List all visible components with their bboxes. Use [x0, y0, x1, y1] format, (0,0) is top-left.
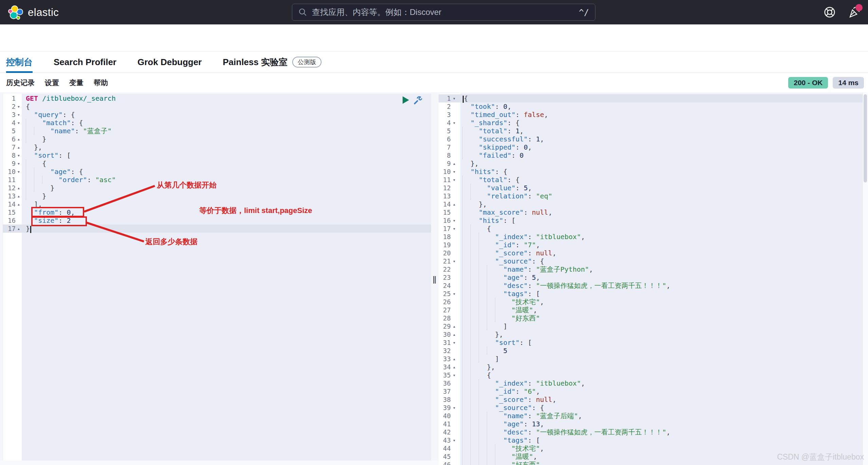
code-line[interactable]: 38 "_score": null,: [439, 395, 863, 404]
fold-toggle-icon[interactable]: ▴: [451, 159, 458, 168]
code-text[interactable]: "value": 5,: [458, 184, 863, 192]
send-request-button[interactable]: [403, 96, 409, 104]
fold-toggle-icon[interactable]: ▾: [451, 119, 458, 127]
code-line[interactable]: 18 "_index": "itbluebox",: [439, 233, 863, 241]
code-line[interactable]: 39▾ "_source": {: [439, 404, 863, 412]
fold-toggle-icon[interactable]: ▾: [451, 168, 458, 176]
fold-toggle-icon[interactable]: ▴: [16, 184, 22, 192]
code-text[interactable]: "_shards": {: [458, 119, 863, 127]
code-line[interactable]: 22 "name": "蓝盒子Python",: [439, 265, 863, 273]
code-line[interactable]: 16 "size": 2: [3, 216, 431, 225]
code-line[interactable]: 36 "_index": "itbluebox",: [439, 379, 863, 387]
tab-search-profiler[interactable]: Search Profiler: [54, 52, 116, 73]
response-viewer[interactable]: 1▾{2 "took": 0,3 "timed_out": false,4▾ "…: [439, 94, 863, 465]
code-text[interactable]: }: [22, 135, 431, 143]
code-line[interactable]: 37 "_id": "6",: [439, 387, 863, 395]
fold-toggle-icon[interactable]: ▴: [16, 192, 22, 200]
code-text[interactable]: {: [22, 159, 431, 168]
code-text[interactable]: },: [458, 330, 863, 338]
fold-toggle-icon[interactable]: ▾: [16, 102, 22, 111]
code-line[interactable]: 43▾ "tags": [: [439, 436, 863, 444]
code-text[interactable]: },: [22, 143, 431, 151]
fold-toggle-icon[interactable]: ▾: [451, 216, 458, 225]
code-text[interactable]: "sort": [: [458, 338, 863, 347]
tab-painless-lab[interactable]: Painless 实验室 公测版: [223, 52, 321, 73]
code-text[interactable]: "温暖",: [458, 306, 863, 314]
fold-toggle-icon[interactable]: ▴: [16, 200, 22, 208]
code-line[interactable]: 24 "desc": "一顿操作猛如虎，一看工资两千五！！！",: [439, 282, 863, 290]
code-text[interactable]: "match": {: [22, 119, 431, 127]
vertical-scrollbar-thumb[interactable]: [864, 94, 867, 182]
code-text[interactable]: }: [22, 225, 431, 233]
fold-toggle-icon[interactable]: ▴: [16, 143, 22, 151]
code-text[interactable]: "failed": 0: [458, 151, 863, 159]
code-text[interactable]: "name": "蓝盒子": [22, 127, 431, 135]
code-text[interactable]: 5: [458, 347, 863, 355]
code-line[interactable]: 19 "_id": "7",: [439, 241, 863, 249]
code-line[interactable]: 17▾ {: [439, 225, 863, 233]
code-line[interactable]: 8▾ "sort": [: [3, 151, 431, 159]
code-text[interactable]: },: [458, 200, 863, 208]
global-search-input[interactable]: 查找应用、内容等。例如：Discover ^/: [292, 4, 595, 21]
code-text[interactable]: "timed_out": false,: [458, 111, 863, 119]
code-text[interactable]: "_index": "itbluebox",: [458, 233, 863, 241]
code-line[interactable]: 14▴ },: [439, 200, 863, 208]
fold-toggle-icon[interactable]: ▾: [16, 151, 22, 159]
code-text[interactable]: "_source": {: [458, 257, 863, 265]
code-text[interactable]: "from": 0,: [22, 208, 431, 216]
code-line[interactable]: 7▴ },: [3, 143, 431, 151]
code-text[interactable]: "desc": "一顿操作猛如虎，一看工资两千五！！！",: [458, 428, 863, 436]
code-text[interactable]: "name": "蓝盒子Python",: [458, 265, 863, 273]
code-text[interactable]: "size": 2: [22, 216, 431, 225]
fold-toggle-icon[interactable]: ▴: [451, 322, 458, 330]
code-text[interactable]: }: [22, 184, 431, 192]
code-text[interactable]: "age": {: [22, 168, 431, 176]
code-text[interactable]: "age": 5,: [458, 273, 863, 282]
horizontal-scrollbar-track[interactable]: [0, 461, 439, 465]
fold-toggle-icon[interactable]: ▾: [451, 404, 458, 412]
code-text[interactable]: }: [22, 192, 431, 200]
code-text[interactable]: "total": 1,: [458, 127, 863, 135]
code-text[interactable]: "tags": [: [458, 436, 863, 444]
menu-item-variables[interactable]: 变量: [69, 78, 84, 88]
code-text[interactable]: "_index": "itbluebox",: [458, 379, 863, 387]
tab-console[interactable]: 控制台: [6, 52, 33, 73]
fold-toggle-icon[interactable]: ▴: [451, 355, 458, 363]
code-text[interactable]: "max_score": null,: [458, 208, 863, 216]
fold-toggle-icon[interactable]: ▾: [16, 111, 22, 119]
fold-toggle-icon[interactable]: ▴: [451, 200, 458, 208]
code-line[interactable]: 42 "desc": "一顿操作猛如虎，一看工资两千五！！！",: [439, 428, 863, 436]
code-line[interactable]: 12▴ }: [3, 184, 431, 192]
code-line[interactable]: 1▾{: [439, 94, 863, 102]
code-line[interactable]: 14▴ ],: [3, 200, 431, 208]
panel-splitter-handle[interactable]: ‖: [430, 275, 439, 287]
code-line[interactable]: 8 "failed": 0: [439, 151, 863, 159]
menu-item-history[interactable]: 历史记录: [6, 78, 35, 88]
fold-toggle-icon[interactable]: ▾: [16, 159, 22, 168]
fold-toggle-icon[interactable]: ▾: [451, 436, 458, 444]
code-text[interactable]: },: [458, 159, 863, 168]
code-text[interactable]: },: [458, 363, 863, 371]
code-line[interactable]: 30▴ },: [439, 330, 863, 338]
code-line[interactable]: 35▾ {: [439, 371, 863, 379]
code-line[interactable]: 26 "技术宅",: [439, 298, 863, 306]
code-text[interactable]: "_id": "6",: [458, 387, 863, 395]
code-text[interactable]: ]: [458, 355, 863, 363]
code-line[interactable]: 3▾ "query": {: [3, 111, 431, 119]
code-text[interactable]: "好东西": [458, 314, 863, 322]
code-text[interactable]: "age": 13,: [458, 420, 863, 428]
fold-toggle-icon[interactable]: ▴: [16, 135, 22, 143]
code-line[interactable]: 21▾ "_source": {: [439, 257, 863, 265]
code-text[interactable]: "total": {: [458, 176, 863, 184]
code-text[interactable]: "hits": [: [458, 216, 863, 225]
code-line[interactable]: 44 "技术宅",: [439, 444, 863, 452]
code-text[interactable]: "_id": "7",: [458, 241, 863, 249]
code-text[interactable]: "query": {: [22, 111, 431, 119]
code-line[interactable]: 6▴ }: [3, 135, 431, 143]
code-text[interactable]: {: [458, 225, 863, 233]
menu-item-settings[interactable]: 设置: [45, 78, 59, 88]
code-line[interactable]: 1GET /itbluebox/_search: [3, 94, 431, 102]
code-line[interactable]: 28 "好东西": [439, 314, 863, 322]
code-line[interactable]: 29▴ ]: [439, 322, 863, 330]
code-text[interactable]: "name": "蓝盒子后端",: [458, 412, 863, 420]
